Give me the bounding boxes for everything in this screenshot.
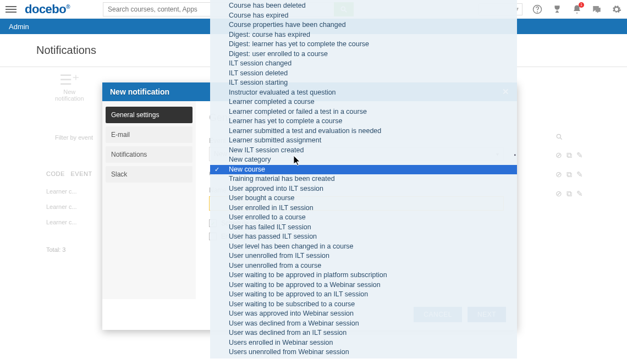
edit-icon[interactable]: ✎ (576, 170, 583, 179)
list-add-icon: ☰⁺ (55, 71, 84, 89)
toggle-icon[interactable]: ⊘ (556, 189, 562, 198)
sidebar-item-slack[interactable]: Slack (106, 166, 193, 183)
chat-icon[interactable] (592, 4, 602, 14)
table-total: Total: 3 (46, 246, 65, 253)
help-icon[interactable] (532, 4, 542, 14)
dropdown-item[interactable]: User waiting to be subscribed to a cours… (210, 300, 517, 310)
sidebar-item-notifications[interactable]: Notifications (106, 146, 193, 163)
dropdown-item[interactable]: User unenrolled from a course (210, 261, 517, 271)
table-row: Learner c... (46, 199, 77, 214)
dropdown-item[interactable]: User bought a course (210, 194, 517, 203)
table-header: CODE EVENT (46, 170, 92, 177)
event-dropdown[interactable]: Course has been deletedCourse has expire… (210, 0, 517, 359)
dropdown-item[interactable]: User has passed ILT session (210, 232, 517, 242)
modal-sidebar: General settings E-mail Notifications Sl… (102, 101, 196, 299)
admin-label: Admin (9, 23, 29, 31)
dropdown-item[interactable]: New ILT session created (210, 146, 517, 156)
dropdown-item[interactable]: Instructor evaluated a test question (210, 88, 517, 98)
dropdown-item[interactable]: User waiting to be approved in platform … (210, 271, 517, 280)
sidebar-item-general[interactable]: General settings (106, 107, 193, 123)
dropdown-item[interactable]: Learner has yet to complete a course (210, 117, 517, 126)
dropdown-item[interactable]: Digest: user enrolled to a course (210, 49, 517, 59)
copy-icon[interactable]: ⧉ (566, 170, 572, 179)
menu-icon[interactable] (6, 4, 16, 15)
dropdown-item[interactable]: ILT session deleted (210, 69, 517, 79)
dropdown-item[interactable]: Learner submitted a test and evaluation … (210, 126, 517, 136)
dropdown-item[interactable]: Training material has been created (210, 174, 517, 184)
dropdown-item[interactable]: Users enrolled in Webinar session (210, 338, 517, 348)
edit-icon[interactable]: ✎ (576, 151, 583, 160)
table-rows: Learner c... Learner c... Learner c... (46, 184, 77, 230)
search-icon[interactable] (556, 133, 563, 141)
modal-title: New notification (110, 87, 169, 96)
bell-icon[interactable]: 1 (572, 4, 582, 14)
dropdown-item[interactable]: Webinar session changed (210, 357, 517, 359)
dropdown-item[interactable]: Learner completed a course (210, 97, 517, 107)
dropdown-item[interactable]: User enrolled in ILT session (210, 203, 517, 213)
dropdown-item[interactable]: User was declined from an ILT session (210, 328, 517, 338)
dropdown-item[interactable]: User level has been changed in a course (210, 242, 517, 252)
trophy-icon[interactable] (552, 4, 562, 14)
dropdown-item[interactable]: User enrolled to a course (210, 213, 517, 223)
dropdown-item[interactable]: Digest: learner has yet to complete the … (210, 40, 517, 49)
copy-icon[interactable]: ⧉ (566, 189, 572, 198)
dropdown-item[interactable]: User waiting to be approved to an ILT se… (210, 290, 517, 300)
svg-point-4 (557, 134, 560, 138)
table-row: Learner c... (46, 214, 77, 230)
dropdown-item[interactable]: Course has expired (210, 11, 517, 21)
dropdown-item[interactable]: User waiting to be approved to a Webinar… (210, 280, 517, 290)
toggle-icon[interactable]: ⊘ (556, 170, 562, 179)
dropdown-item[interactable]: User approved into ILT session (210, 184, 517, 194)
dropdown-item[interactable]: New category (210, 155, 517, 165)
dropdown-item[interactable]: Course properties have been changed (210, 20, 517, 30)
copy-icon[interactable]: ⧉ (566, 151, 572, 160)
dropdown-item[interactable]: User unenrolled from ILT session (210, 251, 517, 261)
scroll-handle-icon[interactable]: ▪ (514, 152, 516, 158)
row-actions-column: ⊘⧉✎ ⊘⧉✎ ⊘⧉✎ (556, 133, 583, 198)
dropdown-item[interactable]: User was approved into Webinar session (210, 309, 517, 319)
row-actions: ⊘⧉✎ (556, 151, 583, 160)
dropdown-item[interactable]: ILT session changed (210, 59, 517, 69)
edit-icon[interactable]: ✎ (576, 189, 583, 198)
dropdown-item[interactable]: Learner completed or failed a test in a … (210, 107, 517, 117)
row-actions: ⊘⧉✎ (556, 189, 583, 198)
sidebar-item-email[interactable]: E-mail (106, 126, 193, 143)
logo: docebo® (25, 2, 70, 16)
dropdown-item[interactable]: Course has been deleted (210, 1, 517, 11)
new-notification-card[interactable]: ☰⁺ New notification (55, 71, 84, 102)
dropdown-item[interactable]: Users unenrolled from Webinar session (210, 348, 517, 357)
toggle-icon[interactable]: ⊘ (556, 151, 562, 160)
gear-icon[interactable] (612, 4, 622, 14)
dropdown-item[interactable]: Learner submitted assignment (210, 136, 517, 146)
dropdown-item[interactable]: User has failed ILT session (210, 223, 517, 233)
dropdown-item[interactable]: ILT session starting (210, 78, 517, 88)
dropdown-item[interactable]: Digest: course has expired (210, 30, 517, 40)
dropdown-item[interactable]: User was declined from a Webinar session (210, 319, 517, 329)
notification-badge: 1 (579, 2, 584, 8)
row-actions: ⊘⧉✎ (556, 170, 583, 179)
svg-line-5 (560, 138, 562, 140)
svg-point-3 (537, 12, 538, 12)
filter-label: Filter by event (55, 134, 93, 141)
dropdown-item-selected[interactable]: New course (210, 165, 517, 175)
table-row: Learner c... (46, 184, 77, 199)
